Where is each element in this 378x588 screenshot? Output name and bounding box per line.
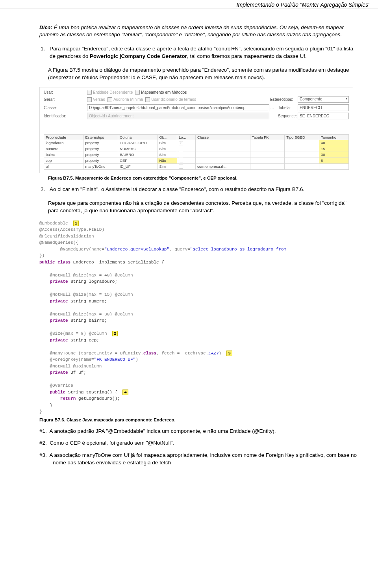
table-row: numeropropertyNUMEROSim15 (44, 146, 349, 152)
code-kw: private (39, 370, 70, 375)
code-line: @NamedQuery(name= (39, 247, 104, 252)
code-line: String toString() { (68, 390, 117, 395)
step-2: Ao clicar em "Finish", o Assistente irá … (46, 186, 358, 193)
step1-c: , tal como fizemos para mapeamento da cl… (187, 53, 307, 59)
checkbox-aud[interactable] (107, 97, 112, 102)
code-line: ) (219, 351, 222, 356)
code-str: "FK_ENDERECO_UF" (94, 357, 136, 362)
code-line: String numero; (70, 299, 107, 304)
row-checkbox[interactable] (179, 165, 183, 169)
code-line: ) (135, 357, 138, 362)
step-1: Para mapear "Endereco", edite esta class… (46, 45, 358, 60)
label-tabela: Tabela: (275, 106, 298, 110)
code-line: @Override (39, 383, 73, 388)
code-line: @ForeignKey(name= (39, 357, 94, 362)
table-header: Tabela FK (250, 135, 285, 140)
hash-num: #2. (39, 440, 47, 446)
code-line: String bairro; (70, 318, 107, 323)
hash-num: #1. (39, 428, 47, 434)
checkbox-dic[interactable] (145, 97, 150, 102)
code-kw: private (39, 338, 70, 343)
table-row: ufmanyToOneID_UFSimcom.empresa.rh... (44, 163, 349, 169)
table-row: logradouropropertyLOGRADOUROSim✓40 (44, 140, 349, 146)
input-sequence[interactable]: SE_ENDERECO (298, 113, 349, 119)
chk-map-label: Mapeamento em Métodos (141, 90, 187, 95)
table-row: ceppropertyCEPNão8 (44, 158, 349, 163)
hash-text: A associação manyToOne com Uf já foi map… (50, 452, 357, 466)
code-line: , fetch = FetchType. (156, 351, 208, 356)
code-tag-2: 2 (112, 331, 118, 336)
code-line: LAZY (208, 351, 219, 356)
chk-ver-label: Versão (93, 97, 105, 102)
hash-3: #3. A associação manyToOne com Uf já foi… (39, 452, 358, 467)
tip-label: Dica: (39, 24, 52, 30)
checkbox-map[interactable] (135, 90, 140, 95)
checkbox-ent[interactable] (87, 90, 92, 95)
chk-aud-label: Auditoria Mínima (113, 97, 143, 102)
code-line: String logradouro; (70, 279, 117, 284)
table-header: Lo... (177, 135, 196, 140)
code-line: getLogradouro(); (78, 396, 120, 401)
table-header: Propriedade (44, 135, 83, 140)
select-estereo[interactable]: Componente (298, 96, 349, 103)
label-usar: Usar: (44, 90, 87, 95)
code-str: "Endereco.querySelLookup" (104, 247, 169, 252)
hash-text: Como o CEP é opcional, foi gerado sem "@… (50, 440, 174, 446)
hash-2: #2. Como o CEP é opcional, foi gerado se… (39, 440, 358, 447)
hash-1: #1. A anotação padrão JPA "@Embeddable" … (39, 428, 358, 435)
properties-table: PropriedadeEstereótipoColunaOb...Lo...Cl… (44, 134, 349, 170)
table-header: Estereótipo (83, 135, 118, 140)
chk-ent-label: Entidade Descendente (93, 90, 133, 95)
code-line: @NotNull @Size(max = 40) @Column (39, 273, 133, 278)
code-kw: private (39, 318, 70, 323)
code-line: @NotNull @Size(max = 30) @Column (39, 312, 133, 317)
code-line: @ManyToOne (targetEntity = UfEntity. (39, 351, 143, 356)
tip-body: É uma boa prática realizar o mapeamento … (39, 24, 344, 37)
input-ident: Object-Id / AutoIncrement (87, 113, 269, 119)
row-checkbox[interactable]: ✓ (179, 141, 183, 145)
code-line: , query= (169, 247, 190, 252)
browse-icon[interactable]: ... (269, 106, 275, 110)
chk-dic-label: Usar dicionário de termos (151, 97, 196, 102)
screenshot-dialog: Usar: Entidade Descendente Mapeamento em… (39, 87, 353, 173)
code-line: } (39, 409, 42, 414)
paragraph-2: Repare que para componentes não há a cri… (48, 200, 358, 215)
code-line: @PlcUnifiedValidation (39, 234, 94, 239)
tip-block: Dica: É uma boa prática realizar o mapea… (39, 24, 358, 38)
input-tabela[interactable]: ENDERECO (298, 104, 349, 111)
table-header: Tamanho (319, 135, 348, 140)
label-classe: Classe: (44, 106, 87, 110)
label-ident: Identificador: (44, 114, 87, 118)
table-header: Tipo SGBD (285, 135, 319, 140)
label-sequence: Sequence: (275, 114, 298, 118)
row-checkbox[interactable] (179, 153, 183, 157)
checkbox-ver[interactable] (87, 97, 92, 102)
code-kw: public (39, 390, 68, 395)
hash-num: #3. (39, 452, 47, 458)
label-gerar: Gerar: (44, 97, 87, 102)
code-kw: class (143, 351, 156, 356)
code-line: } (39, 403, 52, 408)
code-kw: private (39, 279, 70, 284)
row-checkbox[interactable] (179, 159, 183, 163)
code-line: @NamedQueries({ (39, 240, 78, 245)
code-class: Endereco (73, 260, 94, 265)
paragraph-1: A Figura B7.5 mostra o diálogo de mapeam… (48, 67, 358, 82)
code-line: @NotNull @Size(max = 15) @Column (39, 292, 133, 297)
row-checkbox[interactable] (179, 147, 183, 151)
code-line: implements Serializable { (94, 260, 164, 265)
code-line: @NotNull @JoinColumn (39, 364, 102, 369)
table-header: Ob... (158, 135, 177, 140)
code-tag-3: 3 (226, 351, 232, 356)
table-row: bairropropertyBAIRROSim30 (44, 152, 349, 158)
code-line: }) (39, 253, 44, 258)
input-classe[interactable]: D:\jaguar601\meus_projetos\rhtutorial_pa… (87, 104, 269, 111)
code-line: @Size(max = 8) @Column (39, 331, 107, 336)
code-str: "select logradouro as logradouro from (190, 247, 289, 252)
code-kw: public class (39, 260, 73, 265)
code-tag-1: 1 (73, 221, 79, 226)
step1-b: Powerlogic jCompany Code Generator (90, 53, 187, 59)
code-line: @Access(AccessType.FIELD) (39, 227, 104, 232)
screenshot-code: @Embeddable 1 @Access(AccessType.FIELD) … (39, 220, 358, 415)
code-kw: private (39, 299, 70, 304)
